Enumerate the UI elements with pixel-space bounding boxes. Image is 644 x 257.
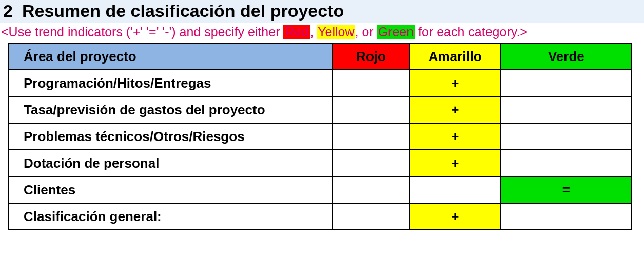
table-row: Problemas técnicos/Otros/Riesgos+ [9,123,632,150]
cell-amarillo: + [409,96,501,123]
header-amarillo: Amarillo [409,43,501,70]
cell-amarillo [409,176,501,203]
instruction-text: <Use trend indicators ('+' '=' '-') and … [0,23,644,43]
cell-verde [501,70,632,96]
table-row: Clientes= [9,176,632,203]
header-area: Área del proyecto [9,43,333,70]
cell-verde [501,96,632,123]
cell-area: Programación/Hitos/Entregas [9,70,333,96]
cell-verde [501,150,632,176]
section-number: 2 [3,1,13,21]
table-row: Dotación de personal+ [9,150,632,176]
classification-table: Área del proyecto Rojo Amarillo Verde Pr… [8,43,632,230]
cell-verde [501,203,632,230]
instruction-pre: <Use trend indicators ('+' '=' '-') and … [1,25,283,39]
cell-area: Clasificación general: [9,203,333,230]
instruction-sep2: , or [355,25,377,39]
header-rojo: Rojo [333,43,409,70]
cell-rojo [333,150,409,176]
cell-amarillo: + [409,70,501,96]
cell-verde: = [501,176,632,203]
section-title: Resumen de clasificación del proyecto [22,1,344,21]
instruction-post: for each category.> [415,25,528,39]
cell-verde [501,123,632,150]
cell-area: Problemas técnicos/Otros/Riesgos [9,123,333,150]
table-row: Clasificación general:+ [9,203,632,230]
instruction-red-chip: Red [283,25,310,39]
instruction-yellow-chip: Yellow [317,25,355,39]
classification-table-wrap: Área del proyecto Rojo Amarillo Verde Pr… [0,43,644,230]
cell-rojo [333,123,409,150]
cell-area: Dotación de personal [9,150,333,176]
cell-amarillo: + [409,203,501,230]
cell-rojo [333,96,409,123]
instruction-sep1: , [310,25,317,39]
table-header-row: Área del proyecto Rojo Amarillo Verde [9,43,632,70]
cell-area: Tasa/previsión de gastos del proyecto [9,96,333,123]
header-verde: Verde [501,43,632,70]
cell-area: Clientes [9,176,333,203]
cell-rojo [333,70,409,96]
section-header: 2 Resumen de clasificación del proyecto [0,0,644,23]
table-row: Tasa/previsión de gastos del proyecto+ [9,96,632,123]
cell-amarillo: + [409,150,501,176]
cell-amarillo: + [409,123,501,150]
cell-rojo [333,176,409,203]
instruction-green-chip: Green [377,25,415,39]
cell-rojo [333,203,409,230]
table-row: Programación/Hitos/Entregas+ [9,70,632,96]
